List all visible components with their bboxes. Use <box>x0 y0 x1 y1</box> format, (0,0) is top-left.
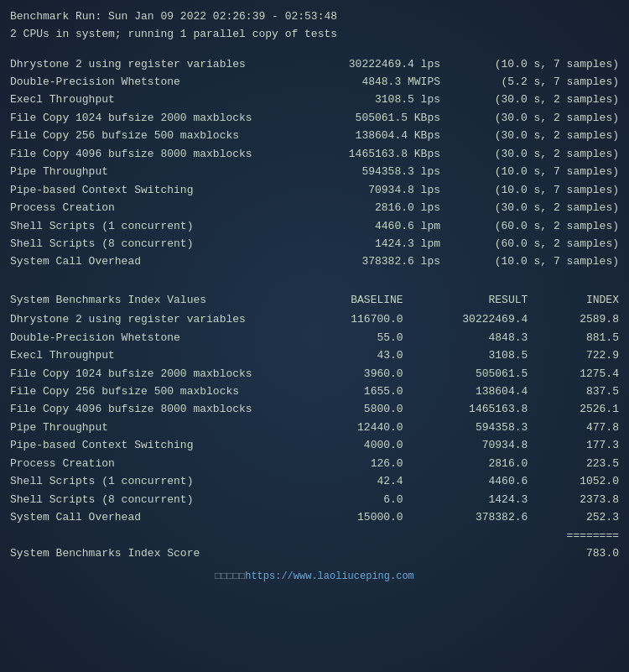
index-row-index: 2373.8 <box>560 491 619 508</box>
result-info: (10.0 s, 7 samples) <box>485 55 619 73</box>
result-info: (60.0 s, 2 samples) <box>485 235 619 253</box>
result-name: Shell Scripts (1 concurrent) <box>10 217 295 235</box>
index-row-baseline: 42.4 <box>328 472 403 490</box>
index-row: File Copy 256 bufsize 500 maxblocks1655.… <box>10 383 619 400</box>
index-rows: Dhrystone 2 using register variables1167… <box>10 310 619 526</box>
result-info: (10.0 s, 7 samples) <box>485 181 619 199</box>
result-row: System Call Overhead378382.6 lps(10.0 s,… <box>10 253 619 270</box>
result-value: 505061.5 KBps <box>340 109 440 127</box>
result-info: (30.0 s, 2 samples) <box>485 91 619 108</box>
result-value: 4848.3 MWIPS <box>340 73 440 91</box>
result-row: Shell Scripts (1 concurrent)4460.6 lpm(6… <box>10 217 619 235</box>
index-row: Pipe-based Context Switching4000.070934.… <box>10 436 619 454</box>
index-row-result: 378382.6 <box>435 508 528 526</box>
result-value: 3108.5 lps <box>340 91 440 108</box>
index-row-baseline: 4000.0 <box>328 436 403 454</box>
result-value: 4460.6 lpm <box>340 217 440 235</box>
index-row-baseline: 116700.0 <box>328 310 403 328</box>
result-info: (30.0 s, 2 samples) <box>485 145 619 163</box>
index-row-name: Pipe-based Context Switching <box>10 436 295 454</box>
result-value: 70934.8 lps <box>340 181 440 199</box>
result-row: Execl Throughput3108.5 lps(30.0 s, 2 sam… <box>10 91 619 108</box>
watermark-link: https://www.laoliuceping.com <box>245 570 414 582</box>
result-value: 2816.0 lps <box>340 199 440 216</box>
index-row: File Copy 1024 bufsize 2000 maxblocks396… <box>10 365 619 383</box>
index-row-index: 837.5 <box>560 383 619 400</box>
index-row-baseline: 55.0 <box>328 329 403 346</box>
index-row: File Copy 4096 bufsize 8000 maxblocks580… <box>10 400 619 418</box>
index-row-baseline: 15000.0 <box>328 508 403 526</box>
score-label: System Benchmarks Index Score <box>10 544 200 562</box>
result-name: Process Creation <box>10 199 295 216</box>
result-name: Pipe-based Context Switching <box>10 181 295 199</box>
index-row-name: File Copy 1024 bufsize 2000 maxblocks <box>10 365 295 383</box>
index-row-baseline: 12440.0 <box>328 419 403 436</box>
index-row-result: 2816.0 <box>435 455 528 472</box>
index-row-result: 4848.3 <box>435 329 528 346</box>
separator-equals: ======== <box>560 527 619 544</box>
result-row: Dhrystone 2 using register variables3022… <box>10 55 619 73</box>
index-row: System Call Overhead15000.0378382.6252.3 <box>10 508 619 526</box>
index-row-index: 2589.8 <box>560 310 619 328</box>
index-row-name: Shell Scripts (8 concurrent) <box>10 491 295 508</box>
score-row: System Benchmarks Index Score 783.0 <box>10 544 619 562</box>
index-row-result: 3108.5 <box>435 346 528 364</box>
index-row-baseline: 43.0 <box>328 346 403 364</box>
index-row-index: 252.3 <box>560 508 619 526</box>
index-row-result: 138604.4 <box>435 383 528 400</box>
index-row: Shell Scripts (8 concurrent)6.01424.3237… <box>10 491 619 508</box>
index-row-index: 1275.4 <box>560 365 619 383</box>
index-row-baseline: 6.0 <box>328 491 403 508</box>
result-info: (30.0 s, 2 samples) <box>485 127 619 144</box>
result-value: 1424.3 lpm <box>340 235 440 253</box>
result-info: (60.0 s, 2 samples) <box>485 217 619 235</box>
header-line2: 2 CPUs in system; running 1 parallel cop… <box>10 26 619 44</box>
index-row: Process Creation126.02816.0223.5 <box>10 455 619 472</box>
index-row: Execl Throughput43.03108.5722.9 <box>10 346 619 364</box>
result-value: 138604.4 KBps <box>340 127 440 144</box>
result-name: File Copy 256 bufsize 500 maxblocks <box>10 127 295 144</box>
result-value: 1465163.8 KBps <box>340 145 440 163</box>
result-name: Pipe Throughput <box>10 163 295 180</box>
result-info: (10.0 s, 7 samples) <box>485 163 619 180</box>
index-row-name: Execl Throughput <box>10 346 295 364</box>
result-row: File Copy 1024 bufsize 2000 maxblocks505… <box>10 109 619 127</box>
index-section: System Benchmarks Index Values BASELINE … <box>10 291 619 563</box>
index-row-index: 722.9 <box>560 346 619 364</box>
result-info: (30.0 s, 2 samples) <box>485 109 619 127</box>
result-info: (30.0 s, 2 samples) <box>485 199 619 216</box>
index-row-name: Shell Scripts (1 concurrent) <box>10 472 295 490</box>
index-row-name: Process Creation <box>10 455 295 472</box>
result-row: Pipe-based Context Switching70934.8 lps(… <box>10 181 619 199</box>
result-value: 594358.3 lps <box>340 163 440 180</box>
index-col-baseline-header: BASELINE <box>328 291 403 309</box>
index-row: Double-Precision Whetstone55.04848.3881.… <box>10 329 619 346</box>
index-row-result: 1465163.8 <box>435 400 528 418</box>
results-section: Dhrystone 2 using register variables3022… <box>10 55 619 271</box>
result-name: Execl Throughput <box>10 91 295 108</box>
index-row-index: 477.8 <box>560 419 619 436</box>
index-col-result-header: RESULT <box>435 291 528 309</box>
result-name: Shell Scripts (8 concurrent) <box>10 235 295 253</box>
index-row-index: 223.5 <box>560 455 619 472</box>
result-name: File Copy 4096 bufsize 8000 maxblocks <box>10 145 295 163</box>
index-row-index: 881.5 <box>560 329 619 346</box>
index-row-result: 594358.3 <box>435 419 528 436</box>
header-line1: Benchmark Run: Sun Jan 09 2022 02:26:39 … <box>10 8 619 26</box>
result-row: File Copy 4096 bufsize 8000 maxblocks146… <box>10 145 619 163</box>
index-row-baseline: 126.0 <box>328 455 403 472</box>
result-value: 30222469.4 lps <box>340 55 440 73</box>
index-row-result: 1424.3 <box>435 491 528 508</box>
index-row: Dhrystone 2 using register variables1167… <box>10 310 619 328</box>
separator-row: ======== <box>10 527 619 544</box>
watermark: □□□□□https://www.laoliuceping.com <box>10 570 619 582</box>
index-row-name: Dhrystone 2 using register variables <box>10 310 295 328</box>
index-row-name: Double-Precision Whetstone <box>10 329 295 346</box>
index-row-index: 2526.1 <box>560 400 619 418</box>
index-row-result: 505061.5 <box>435 365 528 383</box>
index-row-result: 4460.6 <box>435 472 528 490</box>
result-value: 378382.6 lps <box>340 253 440 270</box>
result-info: (10.0 s, 7 samples) <box>485 253 619 270</box>
result-row: Pipe Throughput594358.3 lps(10.0 s, 7 sa… <box>10 163 619 180</box>
result-row: Shell Scripts (8 concurrent)1424.3 lpm(6… <box>10 235 619 253</box>
